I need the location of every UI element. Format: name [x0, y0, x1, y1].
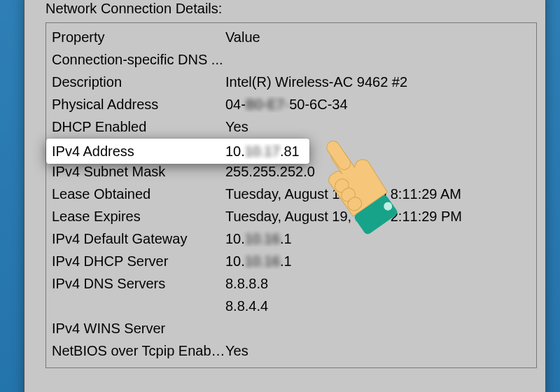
property-cell: IPv4 Default Gateway — [52, 230, 225, 247]
desktop-background: Network Connection Details: Property Val… — [0, 0, 560, 392]
table-row: IPv4 DHCP Server10.10.16.1 — [46, 250, 536, 272]
redacted-text: 10.17 — [245, 144, 280, 160]
redacted-text: 10.16 — [245, 253, 280, 270]
column-header-property: Property — [52, 29, 225, 46]
table-row: Lease ExpiresTuesday, August 19, 2020 2:… — [46, 205, 536, 227]
table-row: 8.8.4.4 — [46, 295, 536, 317]
table-row: Connection-specific DNS ... — [46, 48, 536, 71]
property-cell: IPv4 DHCP Server — [52, 253, 225, 270]
table-row: Physical Address04-B0-E7-50-6C-34 — [46, 93, 536, 115]
table-row: IPv4 WINS Server — [46, 317, 536, 340]
value-cell: 04-B0-E7-50-6C-34 — [225, 96, 531, 113]
property-cell: IPv4 WINS Server — [52, 320, 225, 337]
value-cell: 8.8.4.4 — [225, 298, 531, 314]
property-cell: Lease Expires — [52, 208, 225, 225]
value-cell: Tuesday, August 19, 2020 2:11:29 PM — [225, 208, 531, 225]
table-row: IPv4 DNS Servers8.8.8.8 — [46, 272, 536, 295]
property-cell: DHCP Enabled — [52, 118, 225, 135]
column-header-value: Value — [225, 29, 531, 46]
table-row: DescriptionIntel(R) Wireless-AC 9462 #2 — [46, 71, 536, 93]
value-cell: 8.8.8.8 — [225, 275, 531, 292]
property-cell: Description — [52, 74, 225, 90]
value-cell: Yes — [225, 342, 531, 359]
property-cell: IPv4 DNS Servers — [52, 275, 225, 292]
property-cell: Lease Obtained — [52, 186, 225, 202]
property-cell: IPv4 Subnet Mask — [52, 163, 225, 180]
property-cell: IPv4 Address — [52, 144, 225, 160]
property-cell: NetBIOS over Tcpip Enabl... — [52, 342, 225, 359]
table-row: DHCP EnabledYes — [46, 115, 536, 138]
value-cell: Yes — [225, 118, 531, 135]
dialog-title: Network Connection Details: — [46, 1, 537, 17]
property-cell: Connection-specific DNS ... — [52, 51, 225, 68]
value-cell: Intel(R) Wireless-AC 9462 #2 — [225, 74, 531, 90]
network-details-dialog: Network Connection Details: Property Val… — [24, 0, 546, 392]
value-cell: Tuesday, August 18, 2020 8:11:29 AM — [225, 186, 531, 202]
redacted-text: B0-E7- — [246, 96, 289, 113]
table-row: IPv4 Default Gateway10.10.16.1 — [46, 227, 536, 250]
highlight-ipv4-address: IPv4 Address 10.10.17.81 — [46, 139, 309, 164]
table-row: NetBIOS over Tcpip Enabl...Yes — [46, 340, 536, 362]
header-row: Property Value — [46, 26, 536, 48]
value-cell: 10.10.17.81 — [225, 144, 304, 160]
value-cell: 10.10.16.1 — [225, 230, 531, 247]
details-panel: Property Value Connection-specific DNS .… — [46, 22, 537, 368]
table-row: Lease ObtainedTuesday, August 18, 2020 8… — [46, 183, 536, 205]
value-cell: 10.10.16.1 — [225, 253, 531, 270]
redacted-text: 10.16 — [245, 230, 280, 247]
property-cell: Physical Address — [52, 96, 225, 113]
value-cell: 255.255.252.0 — [225, 163, 531, 180]
